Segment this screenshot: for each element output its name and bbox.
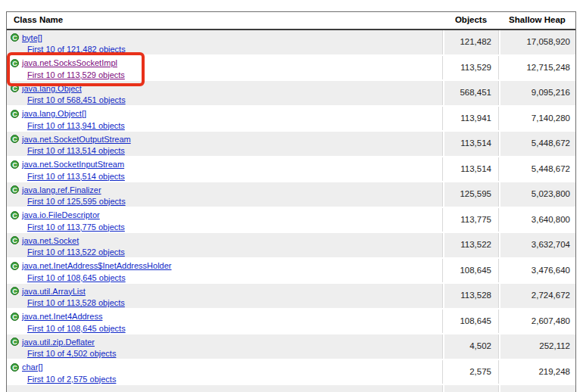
- class-name-cell: C java.util.zip.Deflater First 10 of 4,5…: [7, 334, 443, 359]
- class-icon: C: [11, 33, 19, 42]
- first-objects-link[interactable]: First 10 of 113,522 objects: [27, 247, 125, 257]
- table-row: C java.lang.Object First 10 of 568,451 o…: [7, 81, 575, 107]
- objects-cell: 121,482: [443, 30, 499, 54]
- table-row: C java.net.SocketOutputStream First 10 o…: [7, 132, 575, 157]
- class-name-cell: C java.net.Socket First 10 of 113,522 ob…: [7, 233, 443, 257]
- objects-cell: 108,645: [443, 259, 499, 283]
- first-objects-link[interactable]: First 10 of 108,645 objects: [27, 273, 126, 282]
- class-name-link[interactable]: byte[]: [22, 33, 42, 42]
- class-name-cell: C java.lang.Object First 10 of 568,451 o…: [7, 81, 443, 105]
- objects-cell: 568,451: [443, 81, 499, 105]
- class-name-link[interactable]: char[]: [22, 362, 43, 372]
- class-icon: C: [11, 211, 19, 219]
- table-header: Class Name Objects Shallow Heap: [7, 12, 575, 30]
- objects-cell: 4,502: [443, 334, 499, 359]
- table-row: C java.lang.ref.Finalizer First 10 of 12…: [7, 182, 575, 208]
- class-name-link[interactable]: java.lang.Object[]: [22, 109, 86, 118]
- class-name-cell: C java.net.SocketInputStream First 10 of…: [7, 157, 443, 182]
- first-objects-link[interactable]: First 10 of 113,941 objects: [27, 121, 125, 130]
- class-icon: C: [11, 110, 19, 118]
- class-icon: C: [11, 287, 19, 295]
- objects-cell: 113,514: [443, 157, 499, 182]
- class-name-link[interactable]: java.net.SocksSocketImpl: [22, 58, 117, 67]
- class-name-cell: C java.io.FileDescriptor First 10 of 113…: [7, 208, 443, 232]
- objects-cell: 113,528: [443, 284, 499, 308]
- class-icon: C: [11, 338, 19, 346]
- objects-cell: 113,941: [443, 107, 499, 131]
- shallow-heap-cell: 3,640,800: [499, 208, 575, 232]
- shallow-heap-cell: 2,607,480: [499, 310, 575, 334]
- shallow-heap-cell: 9,095,216: [499, 81, 575, 105]
- class-icon: C: [11, 185, 19, 194]
- class-name-cell: C java.net.SocketOutputStream First 10 o…: [7, 132, 443, 156]
- first-objects-link[interactable]: First 10 of 121,482 objects: [27, 45, 126, 54]
- class-name-link[interactable]: java.net.InetAddress$InetAddressHolder: [22, 261, 172, 270]
- first-objects-link[interactable]: First 10 of 108,645 objects: [27, 324, 126, 333]
- class-name-link[interactable]: java.util.ArrayList: [22, 287, 86, 296]
- table-row: C char[] First 10 of 2,575 objects 2,575…: [7, 360, 575, 386]
- shallow-heap-cell: 3,476,640: [499, 259, 575, 283]
- partial-row: [7, 385, 575, 392]
- table-row: C java.util.ArrayList First 10 of 113,52…: [7, 284, 575, 310]
- class-icon: C: [11, 59, 19, 67]
- class-name-cell: C char[] First 10 of 2,575 objects: [7, 360, 443, 384]
- objects-cell: 113,514: [443, 132, 499, 156]
- column-header-class-name[interactable]: Class Name: [7, 12, 443, 29]
- first-objects-link[interactable]: First 10 of 113,528 objects: [27, 298, 125, 307]
- class-icon: C: [11, 135, 19, 143]
- class-icon: C: [11, 236, 19, 244]
- objects-cell: 125,595: [443, 182, 499, 207]
- first-objects-link[interactable]: First 10 of 125,595 objects: [27, 197, 126, 206]
- objects-cell: 113,775: [443, 208, 499, 232]
- shallow-heap-cell: 5,448,672: [499, 132, 575, 156]
- table-row: C java.io.FileDescriptor First 10 of 113…: [7, 208, 575, 234]
- first-objects-link[interactable]: First 10 of 568,451 objects: [27, 95, 126, 104]
- shallow-heap-cell: 252,112: [499, 334, 575, 359]
- table-body: C byte[] First 10 of 121,482 objects 121…: [7, 30, 575, 385]
- class-name-link[interactable]: java.net.Socket: [22, 236, 79, 245]
- class-name-cell: C java.lang.Object[] First 10 of 113,941…: [7, 107, 443, 131]
- shallow-heap-cell: 5,448,672: [499, 157, 575, 182]
- class-icon: C: [11, 363, 19, 372]
- shallow-heap-cell: 17,058,920: [499, 30, 575, 54]
- class-name-cell: C byte[] First 10 of 121,482 objects: [7, 30, 443, 54]
- class-name-cell: C java.net.SocksSocketImpl First 10 of 1…: [7, 56, 443, 80]
- class-name-link[interactable]: java.net.Inet4Address: [22, 312, 102, 321]
- class-name-link[interactable]: java.util.zip.Deflater: [22, 338, 95, 347]
- first-objects-link[interactable]: First 10 of 113,529 objects: [27, 70, 125, 79]
- class-name-link[interactable]: java.net.SocketOutputStream: [22, 135, 131, 144]
- class-name-cell: C java.net.Inet4Address First 10 of 108,…: [7, 310, 443, 334]
- class-name-link[interactable]: java.net.SocketInputStream: [22, 160, 124, 169]
- class-name-cell: C java.util.ArrayList First 10 of 113,52…: [7, 284, 443, 308]
- class-icon: C: [11, 160, 19, 169]
- shallow-heap-cell: 5,023,800: [499, 182, 575, 207]
- first-objects-link[interactable]: First 10 of 113,514 objects: [27, 146, 125, 155]
- class-histogram-table: Class Name Objects Shallow Heap C byte[]…: [6, 11, 576, 392]
- column-header-objects[interactable]: Objects: [443, 12, 499, 29]
- objects-cell: 2,575: [443, 360, 499, 384]
- first-objects-link[interactable]: First 10 of 2,575 objects: [27, 375, 116, 384]
- first-objects-link[interactable]: First 10 of 113,775 objects: [27, 222, 125, 232]
- objects-cell: 113,529: [443, 56, 499, 80]
- class-name-link[interactable]: java.lang.ref.Finalizer: [22, 185, 101, 194]
- shallow-heap-cell: 3,632,704: [499, 233, 575, 257]
- first-objects-link[interactable]: First 10 of 4,502 objects: [27, 349, 116, 358]
- table-row: C java.net.Socket First 10 of 113,522 ob…: [7, 233, 575, 259]
- table-row: C byte[] First 10 of 121,482 objects 121…: [7, 30, 575, 56]
- first-objects-link[interactable]: First 10 of 113,514 objects: [27, 172, 125, 181]
- shallow-heap-cell: 2,724,672: [499, 284, 575, 308]
- table-row: C java.net.Inet4Address First 10 of 108,…: [7, 310, 575, 335]
- table-row: C java.net.SocksSocketImpl First 10 of 1…: [7, 56, 575, 82]
- class-name-cell: C java.lang.ref.Finalizer First 10 of 12…: [7, 182, 443, 207]
- objects-cell: 113,522: [443, 233, 499, 257]
- class-name-link[interactable]: java.lang.Object: [22, 84, 82, 93]
- class-name-cell: C java.net.InetAddress$InetAddressHolder…: [7, 259, 443, 283]
- class-name-link[interactable]: java.io.FileDescriptor: [22, 210, 100, 219]
- class-icon: C: [11, 262, 19, 270]
- shallow-heap-cell: 7,140,280: [499, 107, 575, 131]
- column-header-shallow-heap[interactable]: Shallow Heap: [499, 12, 575, 29]
- class-icon: C: [11, 313, 19, 321]
- table-row: C java.net.InetAddress$InetAddressHolder…: [7, 259, 575, 285]
- shallow-heap-cell: 12,715,248: [499, 56, 575, 80]
- table-row: C java.lang.Object[] First 10 of 113,941…: [7, 107, 575, 132]
